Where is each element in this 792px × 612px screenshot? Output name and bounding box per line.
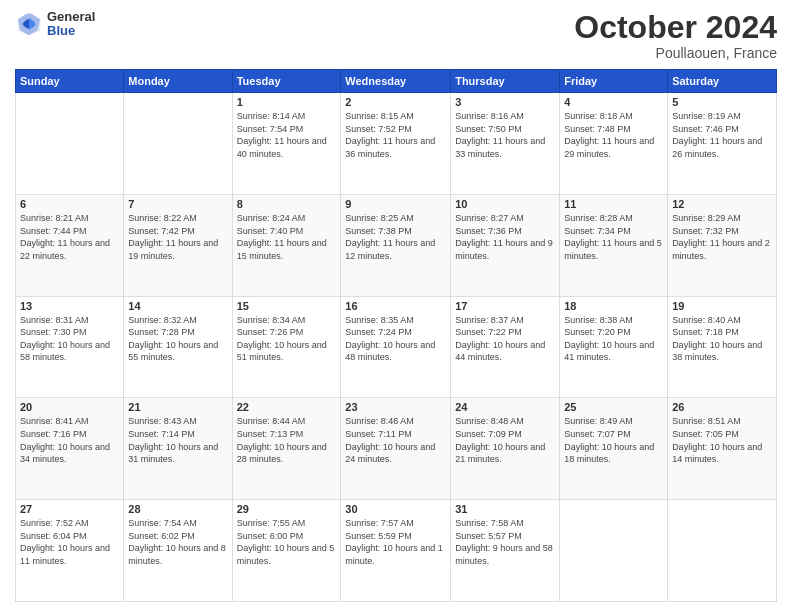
day-cell: 7Sunrise: 8:22 AM Sunset: 7:42 PM Daylig…: [124, 194, 232, 296]
day-info: Sunrise: 8:37 AM Sunset: 7:22 PM Dayligh…: [455, 314, 555, 364]
calendar-table: SundayMondayTuesdayWednesdayThursdayFrid…: [15, 69, 777, 602]
day-cell: 20Sunrise: 8:41 AM Sunset: 7:16 PM Dayli…: [16, 398, 124, 500]
calendar-body: 1Sunrise: 8:14 AM Sunset: 7:54 PM Daylig…: [16, 93, 777, 602]
day-info: Sunrise: 8:29 AM Sunset: 7:32 PM Dayligh…: [672, 212, 772, 262]
day-cell: 3Sunrise: 8:16 AM Sunset: 7:50 PM Daylig…: [451, 93, 560, 195]
day-number: 13: [20, 300, 119, 312]
day-number: 30: [345, 503, 446, 515]
day-number: 20: [20, 401, 119, 413]
day-info: Sunrise: 8:41 AM Sunset: 7:16 PM Dayligh…: [20, 415, 119, 465]
weekday-header-thursday: Thursday: [451, 70, 560, 93]
day-number: 21: [128, 401, 227, 413]
day-number: 19: [672, 300, 772, 312]
day-cell: 23Sunrise: 8:46 AM Sunset: 7:11 PM Dayli…: [341, 398, 451, 500]
logo-blue-text: Blue: [47, 24, 95, 38]
day-cell: 31Sunrise: 7:58 AM Sunset: 5:57 PM Dayli…: [451, 500, 560, 602]
day-cell: 27Sunrise: 7:52 AM Sunset: 6:04 PM Dayli…: [16, 500, 124, 602]
weekday-header-sunday: Sunday: [16, 70, 124, 93]
month-title: October 2024: [574, 10, 777, 45]
day-number: 9: [345, 198, 446, 210]
day-cell: 10Sunrise: 8:27 AM Sunset: 7:36 PM Dayli…: [451, 194, 560, 296]
day-cell: 28Sunrise: 7:54 AM Sunset: 6:02 PM Dayli…: [124, 500, 232, 602]
calendar-header: SundayMondayTuesdayWednesdayThursdayFrid…: [16, 70, 777, 93]
day-cell: [560, 500, 668, 602]
day-number: 7: [128, 198, 227, 210]
day-cell: 13Sunrise: 8:31 AM Sunset: 7:30 PM Dayli…: [16, 296, 124, 398]
day-info: Sunrise: 8:24 AM Sunset: 7:40 PM Dayligh…: [237, 212, 337, 262]
day-number: 16: [345, 300, 446, 312]
day-info: Sunrise: 8:48 AM Sunset: 7:09 PM Dayligh…: [455, 415, 555, 465]
day-number: 2: [345, 96, 446, 108]
day-number: 18: [564, 300, 663, 312]
day-info: Sunrise: 7:58 AM Sunset: 5:57 PM Dayligh…: [455, 517, 555, 567]
day-cell: [124, 93, 232, 195]
day-number: 25: [564, 401, 663, 413]
day-info: Sunrise: 8:31 AM Sunset: 7:30 PM Dayligh…: [20, 314, 119, 364]
day-cell: 25Sunrise: 8:49 AM Sunset: 7:07 PM Dayli…: [560, 398, 668, 500]
day-info: Sunrise: 8:21 AM Sunset: 7:44 PM Dayligh…: [20, 212, 119, 262]
day-number: 8: [237, 198, 337, 210]
title-area: October 2024 Poullaouen, France: [574, 10, 777, 61]
day-info: Sunrise: 8:25 AM Sunset: 7:38 PM Dayligh…: [345, 212, 446, 262]
day-number: 26: [672, 401, 772, 413]
day-number: 17: [455, 300, 555, 312]
calendar-page: General Blue October 2024 Poullaouen, Fr…: [0, 0, 792, 612]
day-number: 1: [237, 96, 337, 108]
day-cell: 24Sunrise: 8:48 AM Sunset: 7:09 PM Dayli…: [451, 398, 560, 500]
week-row-2: 13Sunrise: 8:31 AM Sunset: 7:30 PM Dayli…: [16, 296, 777, 398]
day-info: Sunrise: 7:55 AM Sunset: 6:00 PM Dayligh…: [237, 517, 337, 567]
day-cell: 16Sunrise: 8:35 AM Sunset: 7:24 PM Dayli…: [341, 296, 451, 398]
day-number: 3: [455, 96, 555, 108]
day-info: Sunrise: 8:27 AM Sunset: 7:36 PM Dayligh…: [455, 212, 555, 262]
day-cell: 19Sunrise: 8:40 AM Sunset: 7:18 PM Dayli…: [668, 296, 777, 398]
weekday-header-wednesday: Wednesday: [341, 70, 451, 93]
day-number: 5: [672, 96, 772, 108]
weekday-header-row: SundayMondayTuesdayWednesdayThursdayFrid…: [16, 70, 777, 93]
header: General Blue October 2024 Poullaouen, Fr…: [15, 10, 777, 61]
day-number: 15: [237, 300, 337, 312]
day-info: Sunrise: 8:43 AM Sunset: 7:14 PM Dayligh…: [128, 415, 227, 465]
day-cell: [668, 500, 777, 602]
day-info: Sunrise: 8:32 AM Sunset: 7:28 PM Dayligh…: [128, 314, 227, 364]
day-number: 29: [237, 503, 337, 515]
day-info: Sunrise: 8:22 AM Sunset: 7:42 PM Dayligh…: [128, 212, 227, 262]
day-number: 23: [345, 401, 446, 413]
day-cell: 4Sunrise: 8:18 AM Sunset: 7:48 PM Daylig…: [560, 93, 668, 195]
day-info: Sunrise: 8:40 AM Sunset: 7:18 PM Dayligh…: [672, 314, 772, 364]
day-info: Sunrise: 8:38 AM Sunset: 7:20 PM Dayligh…: [564, 314, 663, 364]
weekday-header-saturday: Saturday: [668, 70, 777, 93]
day-cell: 11Sunrise: 8:28 AM Sunset: 7:34 PM Dayli…: [560, 194, 668, 296]
day-info: Sunrise: 8:18 AM Sunset: 7:48 PM Dayligh…: [564, 110, 663, 160]
logo-icon: [15, 10, 43, 38]
day-number: 4: [564, 96, 663, 108]
day-info: Sunrise: 8:44 AM Sunset: 7:13 PM Dayligh…: [237, 415, 337, 465]
day-number: 28: [128, 503, 227, 515]
day-cell: 22Sunrise: 8:44 AM Sunset: 7:13 PM Dayli…: [232, 398, 341, 500]
logo-general-text: General: [47, 10, 95, 24]
week-row-0: 1Sunrise: 8:14 AM Sunset: 7:54 PM Daylig…: [16, 93, 777, 195]
day-info: Sunrise: 8:28 AM Sunset: 7:34 PM Dayligh…: [564, 212, 663, 262]
day-info: Sunrise: 7:57 AM Sunset: 5:59 PM Dayligh…: [345, 517, 446, 567]
day-cell: 26Sunrise: 8:51 AM Sunset: 7:05 PM Dayli…: [668, 398, 777, 500]
logo: General Blue: [15, 10, 95, 39]
day-number: 22: [237, 401, 337, 413]
day-info: Sunrise: 8:49 AM Sunset: 7:07 PM Dayligh…: [564, 415, 663, 465]
day-cell: 1Sunrise: 8:14 AM Sunset: 7:54 PM Daylig…: [232, 93, 341, 195]
day-cell: 14Sunrise: 8:32 AM Sunset: 7:28 PM Dayli…: [124, 296, 232, 398]
day-info: Sunrise: 7:52 AM Sunset: 6:04 PM Dayligh…: [20, 517, 119, 567]
day-number: 12: [672, 198, 772, 210]
day-cell: 12Sunrise: 8:29 AM Sunset: 7:32 PM Dayli…: [668, 194, 777, 296]
day-info: Sunrise: 8:34 AM Sunset: 7:26 PM Dayligh…: [237, 314, 337, 364]
day-info: Sunrise: 8:35 AM Sunset: 7:24 PM Dayligh…: [345, 314, 446, 364]
logo-text: General Blue: [47, 10, 95, 39]
day-info: Sunrise: 8:19 AM Sunset: 7:46 PM Dayligh…: [672, 110, 772, 160]
weekday-header-friday: Friday: [560, 70, 668, 93]
day-info: Sunrise: 8:15 AM Sunset: 7:52 PM Dayligh…: [345, 110, 446, 160]
day-cell: 17Sunrise: 8:37 AM Sunset: 7:22 PM Dayli…: [451, 296, 560, 398]
week-row-1: 6Sunrise: 8:21 AM Sunset: 7:44 PM Daylig…: [16, 194, 777, 296]
day-cell: 30Sunrise: 7:57 AM Sunset: 5:59 PM Dayli…: [341, 500, 451, 602]
day-cell: 9Sunrise: 8:25 AM Sunset: 7:38 PM Daylig…: [341, 194, 451, 296]
week-row-4: 27Sunrise: 7:52 AM Sunset: 6:04 PM Dayli…: [16, 500, 777, 602]
day-cell: 2Sunrise: 8:15 AM Sunset: 7:52 PM Daylig…: [341, 93, 451, 195]
day-number: 10: [455, 198, 555, 210]
